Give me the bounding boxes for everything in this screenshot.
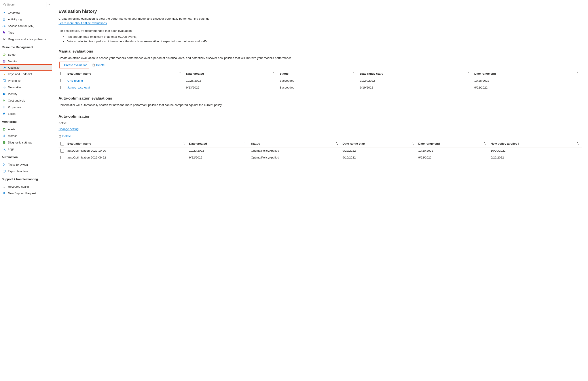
search-box[interactable] — [2, 2, 47, 7]
sidebar-item-label: Diagnostic settings — [8, 141, 32, 144]
main-content: Evaluation history Create an offline eva… — [52, 0, 588, 381]
sort-icon — [336, 142, 338, 145]
sidebar-item-diagnose-and-solve-problems[interactable]: Diagnose and solve problems — [0, 36, 52, 42]
svg-rect-38 — [4, 106, 4, 108]
overview-icon — [2, 11, 6, 14]
select-all-checkbox[interactable] — [60, 142, 64, 145]
svg-point-47 — [4, 143, 5, 143]
sort-icon — [182, 142, 185, 145]
svg-rect-42 — [3, 136, 3, 137]
sidebar-item-export-template[interactable]: Export template — [0, 168, 52, 174]
sidebar-item-optimize[interactable]: Optimize — [0, 64, 52, 71]
sort-icon — [273, 72, 275, 75]
svg-rect-59 — [93, 64, 95, 66]
evaluation-link[interactable]: James_test_eval — [67, 86, 90, 89]
column-header[interactable]: Status — [249, 140, 341, 147]
delete-button[interactable]: Delete — [92, 63, 105, 67]
sidebar-item-locks[interactable]: Locks — [0, 110, 52, 117]
sidebar-item-alerts[interactable]: Alerts — [0, 126, 52, 132]
sidebar-item-identity[interactable]: Identity — [0, 91, 52, 97]
locks-icon — [2, 112, 6, 116]
sidebar-item-access-control-iam-[interactable]: Access control (IAM) — [0, 22, 52, 29]
sidebar-item-resource-health[interactable]: Resource health — [0, 183, 52, 190]
pricing-icon — [2, 79, 6, 82]
select-all-checkbox[interactable] — [60, 72, 64, 75]
learn-more-link[interactable]: Learn more about offline evaluations — [59, 21, 107, 25]
networking-icon — [2, 85, 6, 89]
collapse-sidebar-button[interactable]: « — [48, 3, 50, 6]
sidebar-item-setup[interactable]: Setup — [0, 51, 52, 58]
sidebar-item-label: Access control (IAM) — [8, 24, 34, 28]
table-row: James_test_eval 9/23/2022 Succeeded 9/19… — [59, 84, 582, 91]
svg-point-58 — [3, 192, 5, 193]
svg-line-24 — [5, 74, 5, 75]
row-checkbox[interactable] — [60, 86, 64, 89]
sidebar-item-label: Monitor — [8, 60, 18, 63]
column-header[interactable]: Date range end — [416, 140, 489, 147]
svg-point-0 — [3, 3, 5, 5]
svg-point-7 — [3, 25, 4, 26]
sort-icon — [468, 72, 470, 75]
sidebar-item-overview[interactable]: Overview — [0, 9, 52, 16]
column-header[interactable]: Date range start — [358, 70, 472, 77]
sidebar-item-label: Overview — [8, 11, 20, 14]
sidebar-item-label: Metrics — [8, 134, 17, 138]
sidebar-item-label: New Support Request — [8, 192, 36, 195]
column-header[interactable]: Status — [278, 70, 358, 77]
svg-point-8 — [4, 25, 5, 26]
column-header[interactable]: Evaluation name — [66, 70, 184, 77]
sidebar-item-diagnostic-settings[interactable]: Diagnostic settings — [0, 139, 52, 146]
change-setting-link[interactable]: Change setting — [59, 127, 79, 131]
row-checkbox[interactable] — [60, 79, 64, 82]
search-icon — [3, 3, 6, 6]
setup-icon — [2, 53, 6, 56]
create-evaluation-button[interactable]: + Create evaluation — [60, 61, 89, 68]
svg-rect-62 — [59, 135, 61, 137]
column-header[interactable]: Date created — [187, 140, 249, 147]
table-row: autoOptimization-2022-10-20 10/20/2022 O… — [59, 147, 582, 154]
cost-icon: $ — [2, 99, 6, 102]
sort-icon — [412, 142, 414, 145]
column-header[interactable]: Date range end — [472, 70, 582, 77]
sidebar-item-metrics[interactable]: Metrics — [0, 132, 52, 139]
sidebar-item-tasks-preview-[interactable]: Tasks (preview) — [0, 161, 52, 168]
tags-icon — [2, 31, 6, 34]
sort-icon — [244, 142, 247, 145]
manual-evaluations-table: Evaluation nameDate createdStatusDate ra… — [59, 70, 582, 91]
svg-point-46 — [3, 142, 4, 142]
svg-line-55 — [3, 164, 5, 165]
sidebar-item-label: Pricing tier — [8, 79, 21, 82]
column-header[interactable]: Evaluation name — [66, 140, 187, 147]
search-input[interactable] — [6, 3, 45, 6]
sidebar-item-tags[interactable]: Tags — [0, 29, 52, 36]
access-control-icon — [2, 24, 6, 28]
sidebar-item-cost-analysis[interactable]: $Cost analysis — [0, 97, 52, 104]
sidebar-item-activity-log[interactable]: Activity log — [0, 16, 52, 22]
row-checkbox[interactable] — [60, 149, 64, 153]
column-header[interactable]: Date created — [184, 70, 278, 77]
sidebar-item-properties[interactable]: Properties — [0, 104, 52, 110]
sidebar-item-label: Export template — [8, 170, 28, 173]
sidebar: « OverviewActivity logAccess control (IA… — [0, 0, 52, 381]
column-header[interactable]: Date range start — [341, 140, 416, 147]
row-checkbox[interactable] — [60, 156, 64, 159]
sidebar-item-pricing-tier[interactable]: Pricing tier — [0, 77, 52, 84]
tasks-icon — [2, 163, 6, 166]
sidebar-section-header: Automation — [0, 152, 52, 159]
svg-point-33 — [3, 94, 4, 94]
sidebar-item-monitor[interactable]: Monitor — [0, 58, 52, 64]
sidebar-item-label: Cost analysis — [8, 99, 25, 102]
diagnose-icon — [2, 37, 6, 41]
diagnostic-icon — [2, 140, 6, 144]
sidebar-item-new-support-request[interactable]: New Support Request — [0, 190, 52, 197]
auto-optimization-status: Active — [59, 121, 582, 125]
sidebar-section-header: Support + troubleshooting — [0, 174, 52, 181]
auto-delete-button[interactable]: Delete — [59, 134, 71, 138]
sidebar-item-networking[interactable]: Networking — [0, 84, 52, 91]
evaluation-link[interactable]: CFE testing — [67, 79, 83, 82]
svg-point-2 — [2, 13, 3, 13]
trash-icon — [92, 63, 95, 66]
sidebar-item-keys-and-endpoint[interactable]: Keys and Endpoint — [0, 71, 52, 77]
column-header[interactable]: New policy applied? — [489, 140, 582, 147]
sidebar-item-logs[interactable]: Logs — [0, 146, 52, 152]
